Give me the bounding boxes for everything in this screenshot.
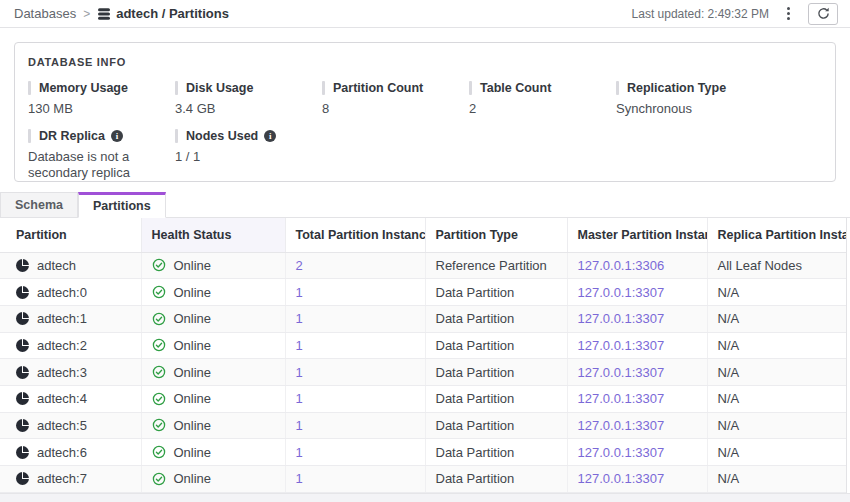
online-check-icon (152, 392, 166, 406)
partition-type: Data Partition (436, 445, 515, 460)
partitions-table: Partition Health Status Total Partition … (0, 218, 847, 493)
online-check-icon (152, 285, 166, 299)
database-icon (97, 7, 111, 21)
stat-accent-bar (616, 81, 619, 95)
partition-name: adtech (37, 258, 76, 273)
refresh-button[interactable] (808, 3, 838, 25)
partition-type: Data Partition (436, 418, 515, 433)
partition-name: adtech:1 (37, 311, 87, 326)
table-row: adtech:4 Online 1 Data Partition 127.0.0… (0, 385, 846, 412)
online-check-icon (152, 312, 166, 326)
table-row: adtech Online 2 Reference Partition 127.… (0, 252, 846, 279)
health-status: Online (174, 471, 212, 486)
stat-value: 8 (322, 101, 458, 117)
table-row: adtech:2 Online 1 Data Partition 127.0.0… (0, 332, 846, 359)
master-instance-link[interactable]: 127.0.0.1:3307 (578, 311, 665, 326)
database-info-card: DATABASE INFO Memory Usage 130 MB Disk U… (14, 42, 836, 182)
stat-value: 3.4 GB (175, 101, 311, 117)
total-instances-link[interactable]: 1 (296, 285, 303, 300)
refresh-icon (817, 7, 830, 20)
stat-item: Table Count 2 (469, 81, 616, 117)
online-check-icon (152, 445, 166, 459)
health-status: Online (174, 258, 212, 273)
partition-pie-icon (16, 312, 29, 325)
health-status: Online (174, 285, 212, 300)
partition-type: Reference Partition (436, 258, 547, 273)
online-check-icon (152, 338, 166, 352)
stat-accent-bar (322, 81, 325, 95)
master-instance-link[interactable]: 127.0.0.1:3307 (578, 471, 665, 486)
stat-item: DR Replica i Database is not a secondary… (28, 129, 175, 181)
stat-label: Partition Count (333, 81, 423, 95)
info-icon[interactable]: i (111, 130, 123, 142)
total-instances-link[interactable]: 1 (296, 445, 303, 460)
table-header-row: Partition Health Status Total Partition … (0, 218, 846, 252)
breadcrumb: Databases > adtech / Partitions (14, 6, 229, 21)
replica-instance: All Leaf Nodes (718, 258, 803, 273)
health-status: Online (174, 445, 212, 460)
tab-label: Partitions (93, 199, 151, 213)
tab-partitions[interactable]: Partitions (78, 192, 166, 218)
breadcrumb-databases-link[interactable]: Databases (14, 6, 76, 21)
total-instances-link[interactable]: 2 (296, 258, 303, 273)
partition-name: adtech:3 (37, 365, 87, 380)
master-instance-link[interactable]: 127.0.0.1:3307 (578, 285, 665, 300)
replica-instance: N/A (718, 471, 740, 486)
master-instance-link[interactable]: 127.0.0.1:3306 (578, 258, 665, 273)
master-instance-link[interactable]: 127.0.0.1:3307 (578, 338, 665, 353)
breadcrumb-current: adtech / Partitions (97, 6, 229, 21)
partition-pie-icon (16, 259, 29, 272)
online-check-icon (152, 418, 166, 432)
stat-label: Disk Usage (186, 81, 253, 95)
stats-row-2: DR Replica i Database is not a secondary… (28, 129, 822, 181)
total-instances-link[interactable]: 1 (296, 471, 303, 486)
partition-pie-icon (16, 446, 29, 459)
partition-type: Data Partition (436, 365, 515, 380)
total-instances-link[interactable]: 1 (296, 391, 303, 406)
master-instance-link[interactable]: 127.0.0.1:3307 (578, 391, 665, 406)
horizontal-scrollbar[interactable] (0, 493, 850, 502)
stat-item: Memory Usage 130 MB (28, 81, 175, 117)
health-status: Online (174, 338, 212, 353)
partition-pie-icon (16, 339, 29, 352)
total-instances-link[interactable]: 1 (296, 418, 303, 433)
health-status: Online (174, 365, 212, 380)
health-status: Online (174, 311, 212, 326)
partition-name: adtech:7 (37, 471, 87, 486)
stat-value: 1 / 1 (175, 149, 311, 165)
partition-name: adtech:6 (37, 445, 87, 460)
total-instances-link[interactable]: 1 (296, 365, 303, 380)
stat-item: Nodes Used i 1 / 1 (175, 129, 322, 181)
card-title: DATABASE INFO (28, 56, 822, 68)
online-check-icon (152, 365, 166, 379)
tab-schema[interactable]: Schema (0, 192, 78, 217)
stat-value: 2 (469, 101, 605, 117)
info-icon[interactable]: i (264, 130, 276, 142)
column-header: Partition Type (425, 218, 567, 252)
stat-label: Memory Usage (39, 81, 128, 95)
stat-label: Nodes Used (186, 129, 258, 143)
master-instance-link[interactable]: 127.0.0.1:3307 (578, 445, 665, 460)
top-bar: Databases > adtech / Partitions Last upd… (0, 0, 850, 28)
partition-name: adtech:4 (37, 391, 87, 406)
partition-type: Data Partition (436, 311, 515, 326)
online-check-icon (152, 258, 166, 272)
table-row: adtech:0 Online 1 Data Partition 127.0.0… (0, 279, 846, 306)
online-check-icon (152, 472, 166, 486)
total-instances-link[interactable]: 1 (296, 311, 303, 326)
partition-pie-icon (16, 366, 29, 379)
stat-accent-bar (175, 81, 178, 95)
master-instance-link[interactable]: 127.0.0.1:3307 (578, 365, 665, 380)
stat-accent-bar (28, 81, 31, 95)
master-instance-link[interactable]: 127.0.0.1:3307 (578, 418, 665, 433)
stat-label: Replication Type (627, 81, 726, 95)
stat-value: 130 MB (28, 101, 164, 117)
more-options-icon[interactable] (781, 4, 796, 23)
total-instances-link[interactable]: 1 (296, 338, 303, 353)
partition-name: adtech:5 (37, 418, 87, 433)
table-row: adtech:6 Online 1 Data Partition 127.0.0… (0, 439, 846, 466)
column-header: Master Partition Instance ... (567, 218, 707, 252)
stat-accent-bar (469, 81, 472, 95)
replica-instance: N/A (718, 391, 740, 406)
page-title: adtech / Partitions (116, 6, 229, 21)
